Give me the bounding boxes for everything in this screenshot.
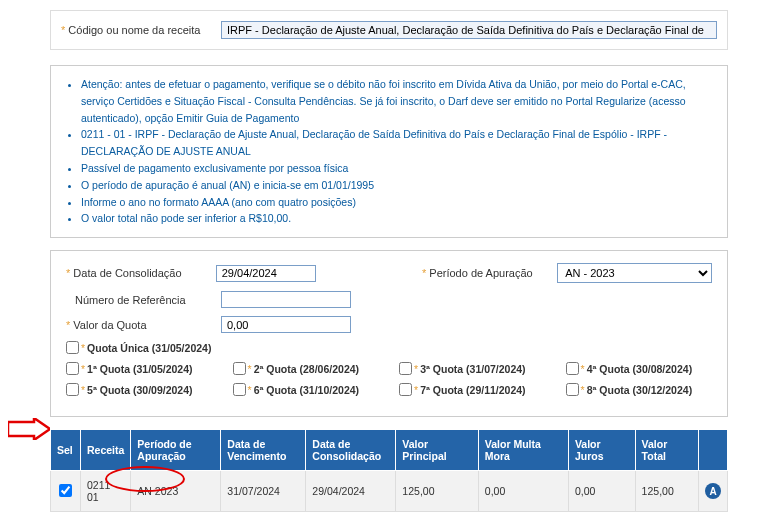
- quota-7-checkbox[interactable]: * 7ª Quota (29/11/2024): [399, 383, 526, 396]
- info-item: O período de apuração é anual (AN) e ini…: [81, 177, 712, 194]
- svg-marker-0: [8, 418, 50, 440]
- th-principal: Valor Principal: [396, 430, 478, 471]
- cell-juros: 0,00: [568, 471, 635, 512]
- table-row: 0211 - 01 AN 2023 31/07/2024 29/04/2024 …: [51, 471, 728, 512]
- th-action: [699, 430, 728, 471]
- valor-quota-input[interactable]: [221, 316, 351, 333]
- numero-referencia-label: Número de Referência: [66, 294, 221, 306]
- th-vencimento: Data de Vencimento: [221, 430, 306, 471]
- quota-2-checkbox[interactable]: * 2ª Quota (28/06/2024): [233, 362, 360, 375]
- codigo-receita-label: * Código ou nome da receita: [61, 24, 221, 36]
- th-sel: Sel: [51, 430, 81, 471]
- quota-4-checkbox[interactable]: * 4ª Quota (30/08/2024): [566, 362, 693, 375]
- cell-total: 125,00: [635, 471, 698, 512]
- row-action-icon[interactable]: A: [705, 483, 721, 499]
- quota-8-checkbox[interactable]: * 8ª Quota (30/12/2024): [566, 383, 693, 396]
- quota-1-checkbox[interactable]: * 1ª Quota (31/05/2024): [66, 362, 193, 375]
- data-consolidacao-label: * Data de Consolidação: [66, 267, 216, 279]
- cell-receita: 0211 - 01: [81, 471, 131, 512]
- th-total: Valor Total: [635, 430, 698, 471]
- row-select-checkbox[interactable]: [59, 484, 72, 497]
- numero-referencia-input[interactable]: [221, 291, 351, 308]
- th-juros: Valor Juros: [568, 430, 635, 471]
- cell-periodo: AN 2023: [131, 471, 221, 512]
- periodo-apuracao-select[interactable]: AN - 2023: [557, 263, 712, 283]
- quota-3-checkbox[interactable]: * 3ª Quota (31/07/2024): [399, 362, 526, 375]
- periodo-apuracao-label: * Período de Apuração: [422, 267, 557, 279]
- codigo-receita-input[interactable]: [221, 21, 717, 39]
- cell-vencimento: 31/07/2024: [221, 471, 306, 512]
- th-receita: Receita: [81, 430, 131, 471]
- quota-5-checkbox[interactable]: * 5ª Quota (30/09/2024): [66, 383, 193, 396]
- annotation-arrow-icon: [8, 418, 50, 440]
- cell-consolidacao: 29/04/2024: [306, 471, 396, 512]
- quotas-table: Sel Receita Período de Apuração Data de …: [50, 429, 728, 512]
- quota-6-checkbox[interactable]: * 6ª Quota (31/10/2024): [233, 383, 360, 396]
- info-item: Informe o ano no formato AAAA (ano com q…: [81, 194, 712, 211]
- th-consolidacao: Data de Consolidação: [306, 430, 396, 471]
- quota-unica-checkbox[interactable]: * Quota Única (31/05/2024): [66, 341, 211, 354]
- info-item: 0211 - 01 - IRPF - Declaração de Ajuste …: [81, 126, 712, 160]
- info-item: Atenção: antes de efetuar o pagamento, v…: [81, 76, 712, 126]
- valor-quota-label: * Valor da Quota: [66, 319, 221, 331]
- info-box: Atenção: antes de efetuar o pagamento, v…: [50, 65, 728, 238]
- th-periodo: Período de Apuração: [131, 430, 221, 471]
- data-consolidacao-input[interactable]: [216, 265, 316, 282]
- info-item: O valor total não pode ser inferior a R$…: [81, 210, 712, 227]
- info-item: Passível de pagamento exclusivamente por…: [81, 160, 712, 177]
- cell-principal: 125,00: [396, 471, 478, 512]
- th-multa: Valor Multa Mora: [478, 430, 568, 471]
- cell-multa: 0,00: [478, 471, 568, 512]
